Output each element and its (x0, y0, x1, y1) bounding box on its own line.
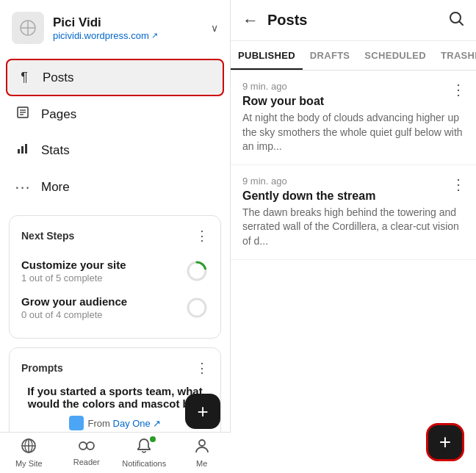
next-steps-item-1-sub: 0 out of 4 complete (21, 309, 127, 320)
post-title-0: Row your boat (242, 95, 464, 108)
nav-item-posts[interactable]: ¶ Posts (6, 59, 224, 96)
bottom-nav-notifications[interactable]: Notifications (115, 438, 173, 468)
nav-label-pages: Pages (41, 107, 76, 122)
tab-published[interactable]: PUBLISHED (231, 41, 303, 70)
post-title-1: Gently down the stream (242, 189, 464, 203)
post-time-0: 9 min. ago (242, 81, 464, 92)
tab-trashed[interactable]: TRASHED (433, 41, 476, 70)
day-one-icon (69, 416, 84, 430)
nav-label-stats: Stats (41, 143, 70, 158)
me-icon (195, 438, 209, 458)
next-steps-item-1-title: Grow your audience (21, 295, 127, 308)
bottom-nav: My Site Reader Notificat (0, 432, 231, 473)
more-icon: ··· (15, 178, 31, 197)
nav-item-more[interactable]: ··· More (6, 168, 224, 206)
tab-drafts[interactable]: DRAFTS (303, 41, 358, 70)
posts-list: 9 min. ago ⋮ Row your boat At night the … (231, 71, 476, 473)
next-steps-item-0-sub: 1 out of 5 complete (21, 272, 126, 284)
back-button[interactable]: ← (242, 11, 259, 30)
post-menu-1[interactable]: ⋮ (451, 176, 466, 193)
bottom-nav-reader-label: Reader (73, 458, 100, 466)
next-steps-item-0-title: Customize your site (21, 259, 126, 271)
left-panel: Pici Vidi picividi.wordpress.com ↗ ∨ ¶ P… (0, 0, 231, 473)
prompt-source: From Day One ↗ (21, 416, 209, 430)
bottom-nav-my-site-label: My Site (15, 459, 43, 468)
fab-button-right[interactable]: + (426, 423, 464, 461)
progress-ring-0 (185, 259, 209, 283)
search-button[interactable] (448, 10, 464, 30)
next-steps-header: Next Steps ⋮ (21, 228, 209, 244)
posts-title: Posts (267, 12, 439, 29)
prompts-title: Prompts (21, 362, 63, 374)
notifications-icon (137, 438, 151, 458)
svg-rect-9 (25, 144, 27, 154)
chevron-down-icon[interactable]: ∨ (211, 22, 218, 34)
bottom-nav-notifications-label: Notifications (122, 459, 166, 468)
bottom-nav-my-site[interactable]: My Site (0, 438, 58, 468)
reader-icon (79, 439, 95, 456)
next-steps-item-1[interactable]: Grow your audience 0 out of 4 complete (21, 289, 209, 326)
nav-menu: ¶ Posts Pages (0, 56, 230, 209)
bottom-nav-me[interactable]: Me (173, 438, 231, 468)
next-steps-title: Next Steps (21, 230, 74, 242)
post-time-1: 9 min. ago (242, 176, 464, 187)
svg-rect-7 (18, 149, 20, 154)
progress-ring-1 (185, 296, 209, 319)
post-menu-0[interactable]: ⋮ (451, 81, 466, 98)
site-name: Pici Vidi (53, 15, 218, 30)
my-site-icon (21, 438, 37, 458)
post-excerpt-1: The dawn breaks high behind the towering… (242, 206, 464, 249)
prompt-source-text: From Day One ↗ (88, 418, 162, 429)
next-steps-card: Next Steps ⋮ Customize your site 1 out o… (9, 215, 221, 339)
next-steps-item-0-info: Customize your site 1 out of 5 complete (21, 259, 126, 284)
site-url[interactable]: picividi.wordpress.com ↗ (53, 30, 218, 41)
posts-icon: ¶ (16, 70, 32, 85)
day-one-link[interactable]: Day One ↗ (113, 418, 162, 429)
nav-label-more: More (41, 180, 70, 195)
next-steps-menu-icon[interactable]: ⋮ (195, 228, 209, 244)
prompts-menu-icon[interactable]: ⋮ (195, 360, 209, 376)
posts-header: ← Posts (231, 0, 476, 41)
prompts-header: Prompts ⋮ (21, 360, 209, 376)
svg-point-17 (79, 442, 87, 449)
svg-point-12 (188, 299, 206, 317)
right-panel: ← Posts PUBLISHED DRAFTS SCHEDULED TRASH… (231, 0, 476, 473)
stats-icon (15, 142, 31, 159)
svg-point-19 (199, 440, 205, 446)
bottom-nav-reader[interactable]: Reader (58, 439, 116, 466)
nav-item-pages[interactable]: Pages (6, 96, 224, 132)
site-icon (12, 12, 44, 44)
site-header[interactable]: Pici Vidi picividi.wordpress.com ↗ ∨ (0, 0, 230, 56)
nav-label-posts: Posts (43, 71, 74, 85)
site-info: Pici Vidi picividi.wordpress.com ↗ (53, 15, 218, 41)
tab-scheduled[interactable]: SCHEDULED (357, 41, 433, 70)
svg-point-18 (87, 442, 94, 449)
bottom-nav-me-label: Me (196, 459, 207, 468)
post-item-1[interactable]: 9 min. ago ⋮ Gently down the stream The … (231, 165, 476, 260)
pages-icon (15, 106, 31, 123)
svg-line-21 (460, 22, 464, 26)
svg-rect-8 (21, 146, 24, 154)
next-steps-item-1-info: Grow your audience 0 out of 4 complete (21, 295, 127, 320)
post-item-0[interactable]: 9 min. ago ⋮ Row your boat At night the … (231, 71, 476, 165)
posts-tabs: PUBLISHED DRAFTS SCHEDULED TRASHED (231, 41, 476, 71)
fab-button-left[interactable]: + (185, 394, 220, 429)
next-steps-item-0[interactable]: Customize your site 1 out of 5 complete (21, 253, 209, 289)
nav-item-stats[interactable]: Stats (6, 132, 224, 168)
prompt-question: If you started a sports team, what would… (21, 385, 209, 410)
post-excerpt-0: At night the body of clouds advancing hi… (242, 111, 464, 154)
